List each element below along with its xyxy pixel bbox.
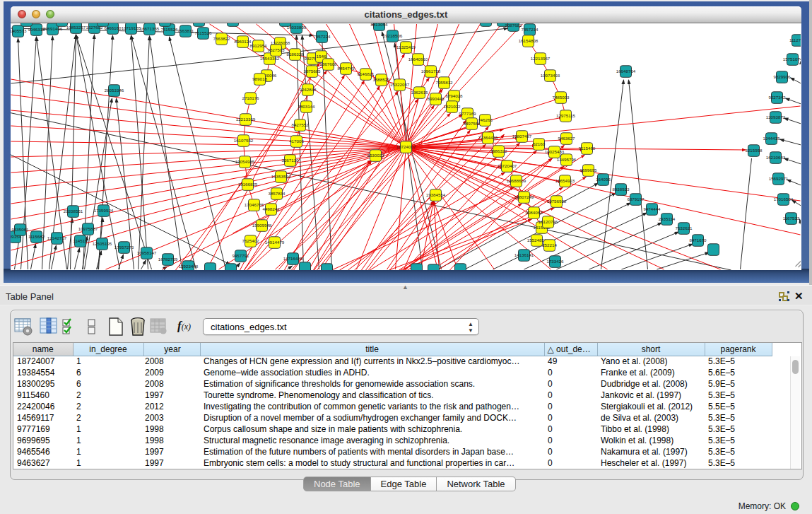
svg-text:19218506: 19218506 bbox=[383, 33, 403, 38]
svg-text:3875685: 3875685 bbox=[303, 69, 321, 74]
svg-text:16782759: 16782759 bbox=[158, 257, 178, 262]
svg-text:2087682: 2087682 bbox=[505, 23, 522, 28]
svg-text:7357214: 7357214 bbox=[521, 27, 539, 32]
svg-text:10719155: 10719155 bbox=[122, 25, 141, 30]
svg-text:1362615: 1362615 bbox=[411, 90, 428, 95]
svg-text:17016504: 17016504 bbox=[774, 197, 794, 201]
svg-text:7663822: 7663822 bbox=[213, 36, 230, 41]
svg-text:19166825: 19166825 bbox=[238, 182, 258, 187]
svg-text:7663811: 7663811 bbox=[177, 28, 194, 33]
svg-text:1588520: 1588520 bbox=[372, 77, 390, 82]
svg-text:2530023: 2530023 bbox=[367, 153, 384, 158]
svg-text:12923448: 12923448 bbox=[179, 264, 199, 269]
svg-text:252214: 252214 bbox=[542, 243, 557, 247]
svg-text:9463627: 9463627 bbox=[558, 136, 575, 141]
svg-text:12213967: 12213967 bbox=[531, 56, 551, 61]
svg-text:17046765: 17046765 bbox=[245, 202, 264, 207]
svg-text:6879197: 6879197 bbox=[627, 197, 645, 201]
svg-text:8471670: 8471670 bbox=[689, 238, 707, 243]
svg-text:746266: 746266 bbox=[478, 117, 493, 122]
svg-text:7515526: 7515526 bbox=[194, 30, 212, 35]
svg-text:20691406: 20691406 bbox=[43, 26, 63, 31]
svg-text:15751074: 15751074 bbox=[783, 57, 801, 62]
svg-text:16120746: 16120746 bbox=[539, 219, 558, 224]
svg-text:8960124: 8960124 bbox=[234, 39, 252, 44]
svg-text:8454749: 8454749 bbox=[337, 66, 355, 71]
svg-text:7625402: 7625402 bbox=[242, 238, 259, 243]
svg-text:16648764: 16648764 bbox=[616, 69, 636, 74]
svg-text:10973493: 10973493 bbox=[541, 73, 560, 78]
svg-text:8912954: 8912954 bbox=[249, 43, 267, 48]
svg-text:417006: 417006 bbox=[289, 139, 304, 144]
svg-text:8427552: 8427552 bbox=[291, 122, 309, 127]
svg-text:19756928: 19756928 bbox=[547, 199, 567, 204]
svg-text:9227342: 9227342 bbox=[768, 95, 786, 100]
svg-text:7485003: 7485003 bbox=[552, 95, 570, 100]
svg-text:11325419: 11325419 bbox=[396, 45, 416, 49]
svg-text:7357224: 7357224 bbox=[313, 34, 331, 39]
svg-text:28053346: 28053346 bbox=[105, 88, 124, 93]
svg-text:9535061: 9535061 bbox=[11, 227, 29, 232]
svg-text:8186328: 8186328 bbox=[286, 52, 304, 57]
svg-text:16210643: 16210643 bbox=[766, 155, 786, 160]
svg-text:15322037: 15322037 bbox=[390, 82, 410, 87]
svg-text:17359924: 17359924 bbox=[94, 208, 114, 213]
svg-text:62160: 62160 bbox=[533, 141, 546, 146]
svg-text:12975115: 12975115 bbox=[556, 113, 576, 118]
svg-text:13716485: 13716485 bbox=[283, 256, 303, 261]
svg-text:1112737: 1112737 bbox=[789, 37, 801, 42]
svg-text:4498242: 4498242 bbox=[262, 206, 280, 211]
svg-text:16640910: 16640910 bbox=[408, 57, 428, 62]
svg-text:1621022: 1621022 bbox=[443, 104, 461, 109]
svg-text:9242848: 9242848 bbox=[299, 87, 317, 92]
svg-text:7955812: 7955812 bbox=[435, 80, 453, 85]
svg-text:9474444: 9474444 bbox=[643, 206, 661, 211]
svg-text:12142737: 12142737 bbox=[47, 235, 67, 240]
svg-text:13495796: 13495796 bbox=[557, 157, 577, 162]
svg-text:9457791: 9457791 bbox=[232, 253, 249, 258]
svg-text:21364436: 21364436 bbox=[478, 135, 498, 140]
svg-text:16107552: 16107552 bbox=[234, 138, 254, 143]
svg-text:9699695: 9699695 bbox=[579, 168, 597, 173]
svg-text:7986322: 7986322 bbox=[490, 148, 507, 153]
svg-text:8990448: 8990448 bbox=[427, 96, 445, 101]
svg-text:6794028: 6794028 bbox=[445, 93, 463, 98]
svg-text:7632621: 7632621 bbox=[675, 226, 693, 230]
svg-text:12505195: 12505195 bbox=[93, 241, 112, 246]
svg-text:16543362: 16543362 bbox=[260, 56, 280, 61]
svg-text:2803144: 2803144 bbox=[298, 104, 315, 109]
svg-text:9115460: 9115460 bbox=[579, 146, 596, 151]
svg-text:9084067: 9084067 bbox=[525, 210, 543, 215]
svg-text:10958147: 10958147 bbox=[137, 250, 157, 255]
svg-text:10025433: 10025433 bbox=[545, 149, 565, 154]
svg-text:9777169: 9777169 bbox=[459, 111, 476, 116]
svg-text:164095: 164095 bbox=[596, 177, 611, 182]
svg-text:114519: 114519 bbox=[73, 238, 88, 243]
svg-text:13353594: 13353594 bbox=[271, 174, 291, 179]
svg-text:7515526: 7515526 bbox=[160, 27, 178, 32]
svg-text:10853257: 10853257 bbox=[66, 25, 86, 30]
svg-text:9329906: 9329906 bbox=[773, 74, 791, 79]
svg-text:989018: 989018 bbox=[252, 76, 267, 81]
svg-text:12213369: 12213369 bbox=[236, 117, 256, 122]
svg-text:10961758: 10961758 bbox=[421, 69, 441, 74]
svg-text:3267130: 3267130 bbox=[281, 158, 299, 163]
svg-text:10688609: 10688609 bbox=[507, 178, 526, 183]
svg-text:10975887: 10975887 bbox=[78, 226, 98, 231]
svg-text:12093872: 12093872 bbox=[766, 115, 786, 119]
svg-text:1167533: 1167533 bbox=[783, 216, 800, 221]
svg-text:1546: 1546 bbox=[317, 54, 326, 59]
svg-text:15720407: 15720407 bbox=[498, 163, 517, 168]
svg-text:2935114: 2935114 bbox=[659, 216, 676, 221]
svg-text:8938923: 8938923 bbox=[612, 187, 630, 192]
svg-text:1733426: 1733426 bbox=[546, 259, 564, 264]
svg-text:2867608: 2867608 bbox=[319, 62, 337, 66]
svg-text:19054985: 19054985 bbox=[235, 159, 255, 164]
svg-text:16033809: 16033809 bbox=[287, 25, 307, 30]
svg-text:10807487: 10807487 bbox=[512, 134, 532, 139]
svg-text:3215958: 3215958 bbox=[745, 148, 763, 153]
svg-text:19654923: 19654923 bbox=[555, 178, 575, 183]
svg-text:16671355: 16671355 bbox=[140, 26, 160, 31]
svg-text:16154808: 16154808 bbox=[519, 38, 539, 43]
svg-text:14914479: 14914479 bbox=[265, 240, 285, 245]
